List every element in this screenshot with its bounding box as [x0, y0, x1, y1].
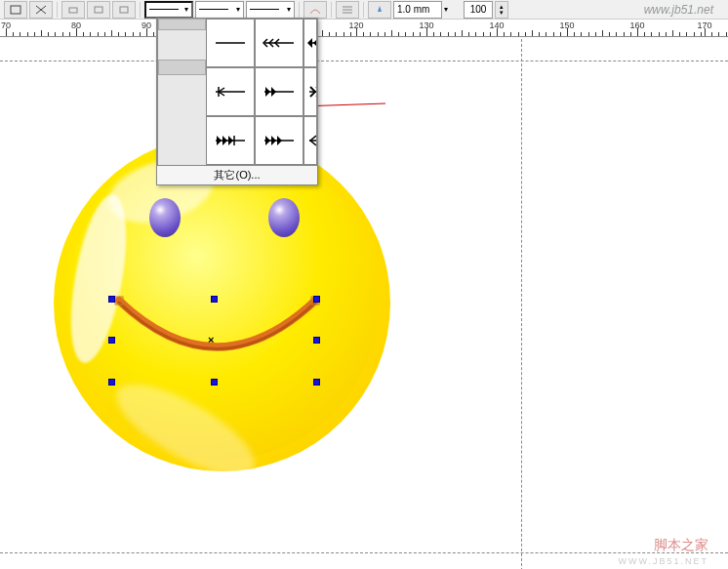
chevron-down-icon[interactable]: ▾ [444, 5, 448, 14]
chevron-down-icon: ▾ [184, 5, 188, 14]
line-sample [250, 9, 279, 10]
arrowhead-option-triple-back[interactable] [255, 19, 303, 67]
arrowhead-option-double-forward[interactable] [255, 67, 303, 116]
chevron-down-icon: ▾ [236, 5, 240, 14]
mouth-curve[interactable] [107, 232, 327, 354]
pen-tool-button[interactable] [368, 1, 391, 19]
tool-button-wrap[interactable] [336, 1, 359, 19]
arrowhead-option-triple-forward[interactable] [255, 116, 303, 165]
toolbar-divider [331, 2, 332, 18]
horizontal-ruler: 708090100110120130140150160170 [0, 20, 728, 37]
eye-left [149, 198, 181, 237]
properties-toolbar: ▾ ▾ ▾ ▾ ▴▾ [0, 0, 728, 20]
toolbar-divider [363, 2, 364, 18]
tool-button-1[interactable] [4, 1, 27, 19]
watermark-url: www.jb51.net [644, 3, 713, 17]
tool-button-3[interactable] [61, 1, 85, 19]
toolbar-divider [299, 2, 300, 18]
selection-handle[interactable] [211, 296, 218, 303]
line-sample [149, 9, 179, 10]
svg-rect-0 [11, 6, 20, 14]
tool-button-4[interactable] [87, 1, 110, 19]
line-sample [199, 9, 228, 10]
line-width-input[interactable] [393, 1, 442, 19]
arrowhead-option-forward-barb[interactable] [206, 116, 255, 165]
arrowhead-option-double-forward-open[interactable] [303, 67, 317, 116]
canvas-area[interactable] [0, 37, 728, 569]
selection-handle[interactable] [108, 296, 115, 303]
spinner-buttons[interactable]: ▴▾ [495, 1, 508, 19]
panel-scrollbar[interactable] [157, 19, 206, 165]
end-arrowhead-dropdown[interactable]: ▾ [246, 1, 295, 19]
chevron-down-icon: ▾ [287, 5, 291, 14]
line-style-dropdown[interactable]: ▾ [195, 1, 244, 19]
tool-button-2[interactable] [29, 1, 53, 19]
selection-handle[interactable] [313, 337, 320, 344]
svg-rect-5 [120, 7, 128, 13]
opacity-input[interactable] [464, 1, 493, 19]
arrowhead-option-simple-back[interactable] [303, 116, 317, 165]
selection-handle[interactable] [108, 379, 115, 386]
arrowhead-picker-panel: 其它(O)... [156, 18, 318, 185]
svg-rect-3 [69, 8, 77, 13]
guide-horizontal[interactable] [0, 552, 728, 553]
arrowhead-option-barb[interactable] [206, 67, 255, 116]
svg-rect-4 [95, 7, 102, 13]
selection-center-mark: × [208, 334, 214, 345]
guide-horizontal[interactable] [0, 61, 728, 61]
selection-handle[interactable] [313, 296, 320, 303]
arrowhead-other-button[interactable]: 其它(O)... [157, 165, 317, 184]
selection-handle[interactable] [108, 337, 115, 344]
start-arrowhead-dropdown[interactable]: ▾ [144, 1, 193, 19]
arrowhead-option-none[interactable] [206, 19, 255, 67]
arrowhead-option-triple-back-fill[interactable] [303, 19, 317, 67]
tool-button-5[interactable] [112, 1, 136, 19]
eye-right [268, 198, 300, 237]
selection-handle[interactable] [211, 379, 218, 386]
selection-handle[interactable] [313, 379, 320, 386]
toolbar-divider [140, 2, 141, 18]
guide-vertical[interactable] [521, 39, 522, 569]
tool-button-curve[interactable] [303, 1, 327, 19]
watermark-brand-sub: WWW.JB51.NET [618, 556, 708, 566]
toolbar-divider [57, 2, 58, 18]
